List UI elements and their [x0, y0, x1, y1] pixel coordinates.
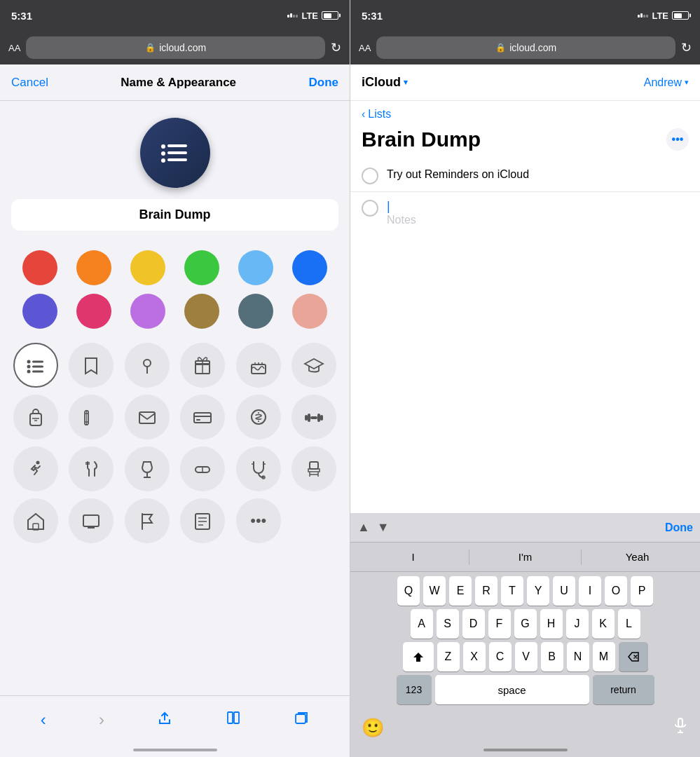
key-r[interactable]: R — [475, 576, 497, 606]
key-shift[interactable] — [403, 642, 434, 671]
color-red[interactable] — [22, 250, 57, 285]
key-k[interactable]: K — [592, 609, 615, 639]
icon-house[interactable] — [13, 498, 58, 543]
icon-chair[interactable] — [291, 446, 336, 491]
tabs-button[interactable] — [294, 710, 309, 730]
back-button[interactable]: ‹ — [41, 710, 46, 730]
color-orange[interactable] — [76, 250, 111, 285]
color-salmon[interactable] — [292, 294, 327, 329]
icon-note[interactable] — [180, 498, 225, 543]
icon-cake[interactable] — [236, 343, 281, 388]
key-q[interactable]: Q — [397, 576, 420, 606]
color-light-blue[interactable] — [238, 250, 273, 285]
icloud-title-button[interactable]: iCloud ▾ — [362, 75, 408, 90]
svg-rect-48 — [678, 718, 682, 727]
icon-pencil[interactable] — [69, 395, 114, 439]
key-t[interactable]: T — [501, 576, 523, 606]
icon-pills[interactable] — [180, 446, 225, 491]
key-y[interactable]: Y — [527, 576, 549, 606]
icon-fork-knife[interactable] — [69, 446, 114, 491]
right-url-field[interactable]: 🔒 icloud.com — [376, 36, 675, 59]
color-brown[interactable] — [184, 294, 219, 329]
icon-envelope[interactable] — [125, 395, 170, 439]
list-name-input[interactable] — [22, 207, 327, 222]
key-b[interactable]: B — [541, 642, 563, 671]
icon-money[interactable] — [236, 395, 281, 439]
key-return[interactable]: return — [593, 675, 654, 704]
forward-button[interactable]: › — [99, 710, 104, 730]
predictive-word-3[interactable]: Yeah — [582, 548, 693, 566]
share-button[interactable] — [157, 710, 172, 730]
left-url-field[interactable]: 🔒 icloud.com — [26, 36, 325, 59]
key-o[interactable]: O — [605, 576, 627, 606]
key-z[interactable]: Z — [437, 642, 460, 671]
key-j[interactable]: J — [566, 609, 589, 639]
user-menu-button[interactable]: Andrew ▾ — [644, 76, 689, 89]
keyboard-done-button[interactable]: Done — [665, 521, 693, 534]
color-lavender[interactable] — [130, 294, 165, 329]
key-n[interactable]: N — [567, 642, 589, 671]
key-l[interactable]: L — [618, 609, 640, 639]
reminder-text: Try out Reminders on iCloud — [387, 167, 529, 182]
color-blue[interactable] — [292, 250, 327, 285]
new-reminder-checkbox[interactable] — [362, 200, 378, 217]
done-button[interactable]: Done — [308, 76, 338, 90]
icon-gym[interactable] — [291, 395, 336, 439]
key-a[interactable]: A — [411, 609, 433, 639]
microphone-button[interactable] — [672, 717, 689, 738]
list-icon-circle[interactable] — [140, 118, 210, 188]
svg-point-0 — [161, 144, 165, 149]
reload-button[interactable]: ↻ — [331, 40, 341, 55]
keyboard-up-arrow[interactable]: ▲ — [357, 520, 370, 535]
reminder-checkbox[interactable] — [362, 168, 378, 184]
key-u[interactable]: U — [553, 576, 575, 606]
icon-stethoscope[interactable] — [236, 446, 281, 491]
icon-bookmark[interactable] — [69, 343, 114, 388]
more-options-button[interactable]: ••• — [666, 128, 689, 151]
icon-backpack[interactable] — [13, 395, 58, 439]
icon-list[interactable] — [13, 343, 58, 388]
predictive-word-1[interactable]: I — [357, 548, 469, 566]
key-d[interactable]: D — [462, 609, 485, 639]
key-space[interactable]: space — [435, 675, 589, 704]
icon-creditcard[interactable] — [180, 395, 225, 439]
key-w[interactable]: W — [423, 576, 446, 606]
icon-more1[interactable]: ••• — [236, 498, 281, 543]
predictive-word-2[interactable]: I'm — [469, 548, 581, 566]
icon-tv[interactable] — [69, 498, 114, 543]
key-m[interactable]: M — [593, 642, 615, 671]
icon-run[interactable] — [13, 446, 58, 491]
signal-bars — [287, 13, 298, 18]
back-link[interactable]: ‹ Lists — [362, 108, 689, 121]
key-g[interactable]: G — [514, 609, 537, 639]
keyboard-arrows: ▲ ▼ — [357, 520, 390, 535]
icon-flag[interactable] — [125, 498, 170, 543]
key-v[interactable]: V — [515, 642, 537, 671]
svg-rect-22 — [139, 412, 155, 423]
key-x[interactable]: X — [463, 642, 486, 671]
color-yellow[interactable] — [130, 250, 165, 285]
key-s[interactable]: S — [437, 609, 459, 639]
icon-graduation[interactable] — [291, 343, 336, 388]
key-i[interactable]: I — [579, 576, 601, 606]
icon-pin[interactable] — [125, 343, 170, 388]
color-green[interactable] — [184, 250, 219, 285]
key-h[interactable]: H — [540, 609, 563, 639]
key-delete[interactable] — [619, 642, 648, 671]
keyboard-down-arrow[interactable]: ▼ — [377, 520, 390, 535]
text-cursor[interactable]: | — [387, 199, 416, 214]
cancel-button[interactable]: Cancel — [11, 76, 48, 90]
key-p[interactable]: P — [631, 576, 653, 606]
key-c[interactable]: C — [489, 642, 512, 671]
color-slate[interactable] — [238, 294, 273, 329]
color-pink[interactable] — [76, 294, 111, 329]
icon-gift[interactable] — [180, 343, 225, 388]
key-123[interactable]: 123 — [397, 675, 432, 704]
key-f[interactable]: F — [488, 609, 511, 639]
right-reload-button[interactable]: ↻ — [681, 40, 692, 55]
emoji-button[interactable]: 🙂 — [362, 717, 384, 739]
books-button[interactable] — [226, 710, 241, 730]
key-e[interactable]: E — [449, 576, 472, 606]
icon-wine[interactable] — [125, 446, 170, 491]
color-purple[interactable] — [22, 294, 57, 329]
